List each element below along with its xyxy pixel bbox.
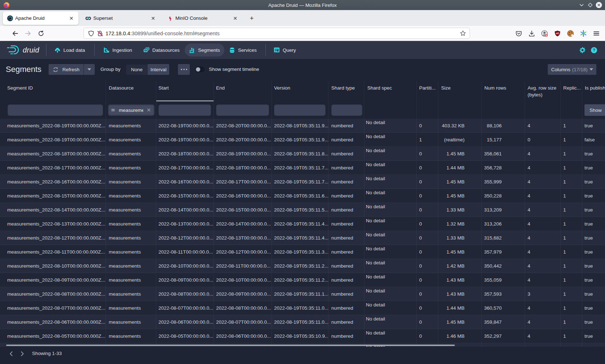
cell: 2022-08-10T00:00:00.0... (214, 273, 272, 287)
table-row-14[interactable]: measurements_2022-08-06T00:00:00.000Z...… (0, 315, 605, 329)
column-header-12[interactable]: Is published (582, 81, 605, 101)
nav-item-services[interactable]: Services (225, 44, 261, 56)
nav-item-load-data[interactable]: Load data (50, 44, 89, 56)
column-header-8[interactable]: Size (438, 81, 482, 101)
browser-tab[interactable]: MinIO Console ✕ (163, 12, 242, 25)
cell: true (582, 287, 605, 301)
browser-tab[interactable]: Apache Druid ✕ (3, 12, 79, 25)
cell: 1.32 MB (438, 217, 482, 231)
pocket-icon[interactable] (515, 30, 522, 37)
window-minimize-button[interactable] (578, 2, 585, 8)
more-options-button[interactable] (178, 64, 190, 75)
downloads-icon[interactable] (528, 30, 535, 37)
table-row-9[interactable]: measurements_2022-08-11T00:00:00.000Z...… (0, 245, 605, 259)
table-row-12[interactable]: measurements_2022-08-08T00:00:00.000Z...… (0, 287, 605, 301)
segment-timeline-toggle[interactable] (195, 67, 205, 72)
window-close-button[interactable] (596, 2, 602, 8)
nav-item-label: Datasources (152, 47, 180, 53)
refresh-more-button[interactable] (84, 64, 95, 75)
cell: No detail (364, 259, 417, 273)
previous-page-button[interactable] (7, 349, 15, 359)
column-header-4[interactable]: Version (272, 81, 328, 101)
forward-button[interactable] (22, 28, 34, 39)
cell: measurements_2022-08-05T00:00:00.000Z... (0, 329, 106, 343)
help-icon[interactable]: ? (591, 47, 597, 54)
ublock-icon[interactable]: uO (554, 30, 561, 37)
reload-button[interactable] (35, 28, 47, 39)
column-header-6[interactable]: Shard spec (364, 81, 417, 101)
cell: measurements (106, 273, 156, 287)
druid-logo[interactable]: druid (6, 45, 39, 55)
columns-button[interactable]: Columns (17/18) (548, 64, 596, 75)
browser-toolbar: 172.18.0.4:30899/unified-console.html#se… (0, 26, 605, 41)
extension-asterisk-icon[interactable] (580, 30, 587, 37)
cell: true (582, 315, 605, 329)
tab-close-icon[interactable]: ✕ (231, 14, 239, 23)
datasource-filter-tag[interactable]: measureme✕ (109, 106, 153, 114)
cell: 0 (525, 133, 561, 146)
cookie-icon[interactable] (567, 30, 574, 37)
filter-input[interactable]: measureme✕ (108, 104, 154, 116)
refresh-button[interactable]: Refresh (49, 64, 84, 75)
column-header-2[interactable]: Start (156, 81, 214, 101)
filter-input[interactable] (8, 104, 103, 116)
filter-input[interactable] (158, 104, 211, 116)
tab-close-icon[interactable]: ✕ (67, 14, 76, 23)
horizontal-scrollbar[interactable] (6, 345, 455, 346)
column-filter-1: measureme✕ (106, 101, 156, 119)
next-page-button[interactable] (18, 349, 26, 359)
column-header-11[interactable]: Replic... (561, 81, 582, 101)
column-header-9[interactable]: Num rows (482, 81, 525, 101)
column-header-3[interactable]: End (214, 81, 272, 101)
table-row-4[interactable]: measurements_2022-08-16T00:00:00.000Z...… (0, 175, 605, 189)
nav-item-segments[interactable]: Segments (185, 44, 224, 56)
table-row-3[interactable]: measurements_2022-08-17T00:00:00.000Z...… (0, 161, 605, 175)
browser-tab[interactable]: Superset ✕ (81, 12, 160, 25)
table-row-15[interactable]: measurements_2022-08-05T00:00:00.000Z...… (0, 329, 605, 343)
nav-item-datasources[interactable]: Datasources (139, 44, 184, 56)
column-header-1[interactable]: Datasource (106, 81, 156, 101)
table-row-1[interactable]: measurements_2022-08-19T00:00:00.000Z...… (0, 133, 605, 147)
table-row-7[interactable]: measurements_2022-08-13T00:00:00.000Z...… (0, 217, 605, 231)
column-header-7[interactable]: Partiti... (417, 81, 438, 101)
shield-icon[interactable] (88, 30, 94, 37)
filter-input[interactable] (274, 104, 326, 116)
filter-input[interactable] (331, 104, 362, 116)
table-row-0[interactable]: measurements_2022-08-19T00:00:00.000Z...… (0, 119, 605, 133)
group-by-option-interval[interactable]: Interval (148, 64, 169, 75)
lock-insecure-icon[interactable] (97, 30, 103, 37)
tab-close-icon[interactable]: ✕ (149, 14, 157, 23)
column-header-10[interactable]: Avg. row size (bytes) (525, 81, 561, 101)
cell: 313,206 (482, 217, 525, 231)
column-header-5[interactable]: Shard type (328, 81, 364, 101)
url-text[interactable]: 172.18.0.4:30899/unified-console.html#se… (106, 31, 460, 36)
table-row-10[interactable]: measurements_2022-08-10T00:00:00.000Z...… (0, 259, 605, 273)
cell: numbered (328, 189, 364, 203)
filter-input[interactable] (216, 104, 269, 116)
settings-gear-icon[interactable] (579, 47, 586, 54)
table-row-5[interactable]: measurements_2022-08-15T00:00:00.000Z...… (0, 189, 605, 203)
table-row-13[interactable]: measurements_2022-08-07T00:00:00.000Z...… (0, 301, 605, 315)
menu-hamburger-icon[interactable] (593, 30, 600, 37)
cell: measurements (106, 119, 156, 132)
window-maximize-button[interactable] (587, 2, 593, 8)
reload-icon (38, 30, 44, 37)
bookmark-star-icon[interactable] (460, 30, 466, 36)
group-by-option-none[interactable]: None (126, 64, 148, 75)
table-row-6[interactable]: measurements_2022-08-14T00:00:00.000Z...… (0, 203, 605, 217)
cell: true (582, 273, 605, 287)
nav-item-query[interactable]: Query (269, 44, 300, 56)
nav-item-ingestion[interactable]: Ingestion (99, 44, 136, 56)
account-icon[interactable] (541, 30, 548, 37)
chevron-down-icon (579, 3, 584, 8)
remove-filter-icon[interactable]: ✕ (147, 107, 151, 113)
new-tab-button[interactable]: + (246, 13, 257, 24)
table-row-2[interactable]: measurements_2022-08-18T00:00:00.000Z...… (0, 147, 605, 161)
is-published-filter[interactable]: Show (584, 104, 605, 116)
column-header-0[interactable]: Segment ID (0, 81, 106, 101)
table-row-11[interactable]: measurements_2022-08-09T00:00:00.000Z...… (0, 273, 605, 287)
back-button[interactable] (9, 28, 21, 39)
url-bar[interactable]: 172.18.0.4:30899/unified-console.html#se… (84, 28, 470, 39)
table-row-8[interactable]: measurements_2022-08-12T00:00:00.000Z...… (0, 231, 605, 245)
cell: 2022-08-20T00:00:00.0... (214, 133, 272, 146)
